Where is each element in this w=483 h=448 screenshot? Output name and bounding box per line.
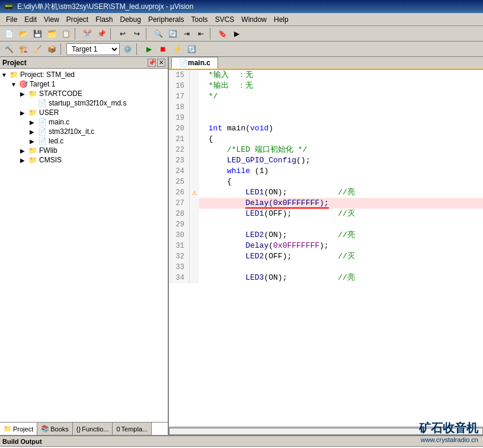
code-line: 19 — [169, 113, 483, 123]
panel-tab-books[interactable]: 📚 Books — [37, 423, 73, 435]
menu-item-debug[interactable]: Debug — [117, 14, 145, 25]
main-area: Project 📌 ✕ ▼📁Project: STM_led▼🎯Target 1… — [0, 57, 483, 435]
outdent-btn[interactable]: ⇤ — [194, 27, 207, 40]
menu-item-svcs[interactable]: SVCS — [212, 14, 238, 25]
tree-item[interactable]: ▶📄main.c — [1, 117, 167, 127]
folder-icon: 📁 — [28, 108, 37, 117]
tree-arrow: ▶ — [20, 91, 28, 97]
tree-item[interactable]: ▶📁FWlib — [1, 146, 167, 155]
title-text: E:\diy\单片机\stm32sy\USER\STM_led.uvprojx … — [17, 2, 193, 12]
code-text: Delay(0x0FFFFFFF); — [199, 198, 329, 209]
redo-btn[interactable]: ↪ — [130, 27, 143, 40]
build-btn[interactable]: 🔨 — [2, 43, 15, 56]
flash-btn[interactable]: ⚡ — [171, 43, 184, 56]
menu-item-help[interactable]: Help — [270, 14, 292, 25]
menu-item-edit[interactable]: Edit — [21, 14, 40, 25]
stop-btn[interactable]: ⏹ — [156, 43, 169, 56]
line-number: 32 — [169, 251, 190, 262]
tree-arrow: ▼ — [11, 81, 19, 88]
replace-btn[interactable]: 🔄 — [166, 27, 179, 40]
panel-tab-functions[interactable]: {} Functio... — [73, 423, 113, 435]
code-content[interactable]: 15 *输入 ：无16 *输出 ：无17 */18 19 20 int main… — [169, 70, 483, 427]
tab-icon: 📄 — [179, 59, 188, 67]
line-marker — [190, 155, 199, 166]
build-all-btn[interactable]: 🏗️ — [17, 43, 30, 56]
sep1 — [75, 28, 78, 40]
menu-item-flash[interactable]: Flash — [92, 14, 116, 25]
menu-item-window[interactable]: Window — [238, 14, 270, 25]
find-btn[interactable]: 🔍 — [152, 27, 165, 40]
save-all-btn[interactable]: 🗂️ — [45, 27, 58, 40]
line-marker — [190, 262, 199, 273]
line-number: 16 — [169, 81, 190, 91]
options-btn[interactable]: ⚙️ — [121, 43, 134, 56]
menu-item-project[interactable]: Project — [63, 14, 92, 25]
tab-label: main.c — [188, 59, 210, 67]
folder-icon: 📁 — [28, 146, 37, 155]
file-icon: 📄 — [38, 99, 47, 107]
indent-btn[interactable]: ⇥ — [180, 27, 193, 40]
tree-item[interactable]: ▶📄stm32f10x_it.c — [1, 127, 167, 136]
code-text: Delay(0x0FFFFFFF); — [199, 241, 329, 251]
paste-btn[interactable]: 📌 — [95, 27, 108, 40]
tree-item[interactable]: ▶📁CMSIS — [1, 155, 167, 165]
cut-btn[interactable]: ✂️ — [81, 27, 94, 40]
root-icon: 📁 — [9, 71, 18, 79]
code-line: 21 { — [169, 134, 483, 145]
panel-tab-project[interactable]: 📁 Project — [0, 423, 37, 435]
code-line: 31 Delay(0x0FFFFFFF); — [169, 241, 483, 251]
build-output: Build Output .\STM_led.axf: Error: L6218… — [0, 435, 483, 448]
line-marker — [190, 166, 199, 177]
debug-btn[interactable]: ▶ — [142, 43, 155, 56]
line-number: 17 — [169, 91, 190, 102]
code-text — [199, 219, 209, 230]
bookmark-btn[interactable]: 🔖 — [216, 27, 229, 40]
tree-item[interactable]: ▶📁USER — [1, 108, 167, 117]
project-close-btn[interactable]: ✕ — [157, 59, 165, 67]
tree-label: Target 1 — [30, 80, 55, 88]
menu-item-peripherals[interactable]: Peripherals — [145, 14, 188, 25]
target-select[interactable]: Target 1 — [66, 43, 120, 55]
batch-btn[interactable]: 📦 — [45, 43, 58, 56]
tree-item[interactable]: ▶📄led.c — [1, 136, 167, 146]
line-marker — [190, 219, 199, 230]
tree-label: STARTCODE — [39, 89, 82, 98]
project-pin-btn[interactable]: 📌 — [148, 59, 156, 67]
line-number: 22 — [169, 145, 190, 155]
new-btn[interactable]: 📄 — [2, 27, 15, 40]
copy-btn[interactable]: 📋 — [59, 27, 72, 40]
build-output-header: Build Output — [0, 436, 483, 447]
line-marker — [190, 198, 199, 209]
reset-btn[interactable]: 🔃 — [185, 43, 198, 56]
open-btn[interactable]: 📂 — [17, 27, 30, 40]
toolbar2: 🔨 🏗️ 🧹 📦 Target 1 ⚙️ ▶ ⏹ ⚡ 🔃 — [0, 41, 483, 57]
save-btn[interactable]: 💾 — [31, 27, 44, 40]
tree-item[interactable]: ▼📁Project: STM_led — [1, 70, 167, 79]
code-text: *输出 ：无 — [199, 81, 253, 91]
clean-btn[interactable]: 🧹 — [31, 43, 44, 56]
tree-item[interactable]: 📄startup_stm32f10x_md.s — [1, 98, 167, 108]
functions-tab-label: Functio... — [82, 425, 108, 433]
next-btn[interactable]: ▶ — [230, 27, 243, 40]
books-tab-icon: 📚 — [41, 425, 49, 433]
tree-arrow: ▶ — [30, 138, 38, 145]
line-marker: ⚠ — [190, 187, 199, 198]
line-number: 19 — [169, 113, 190, 123]
line-marker — [190, 251, 199, 262]
code-line: 15 *输入 ：无 — [169, 70, 483, 81]
undo-btn[interactable]: ↩ — [116, 27, 129, 40]
project-header-controls: 📌 ✕ — [148, 59, 165, 67]
tree-item[interactable]: ▶📁STARTCODE — [1, 89, 167, 98]
tab-main-c[interactable]: 📄 main.c — [171, 57, 218, 69]
editor-area[interactable]: 15 *输入 ：无16 *输出 ：无17 */18 19 20 int main… — [169, 70, 483, 435]
code-text: LED2(OFF); //灭 — [199, 251, 355, 262]
tree-label: FWlib — [39, 146, 57, 155]
templates-tab-label: Templa... — [121, 425, 148, 433]
project-tab-label: Project — [13, 425, 33, 433]
tree-item[interactable]: ▼🎯Target 1 — [1, 79, 167, 89]
menu-item-view[interactable]: View — [40, 14, 63, 25]
right-panel: 📄 main.c 15 *输入 ：无16 *输出 ：无17 */18 19 20… — [169, 57, 483, 435]
panel-tab-templates[interactable]: 0 Templa... — [113, 423, 152, 435]
menu-item-file[interactable]: File — [2, 14, 21, 25]
menu-item-tools[interactable]: Tools — [188, 14, 212, 25]
